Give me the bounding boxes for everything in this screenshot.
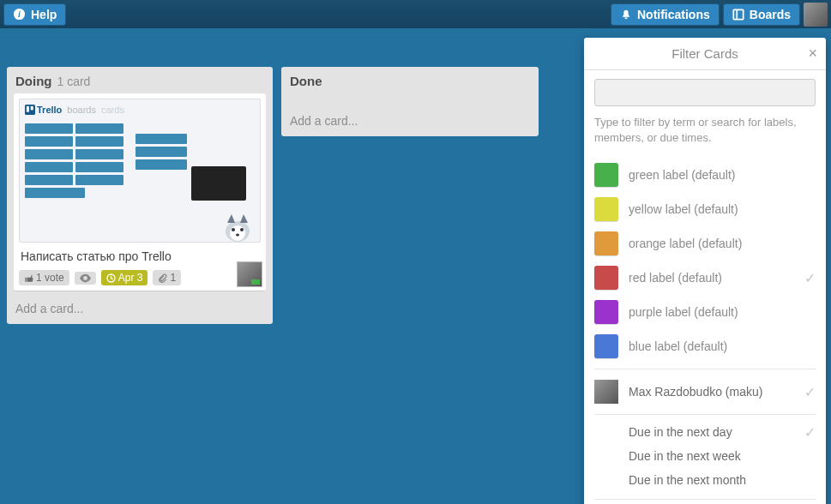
list-doing: Doing 1 card Trello boards cards (7, 67, 273, 324)
svg-rect-2 (733, 9, 743, 19)
svg-rect-5 (27, 106, 29, 112)
user-avatar[interactable] (804, 3, 828, 27)
check-icon: ✓ (804, 424, 816, 441)
add-card-doing[interactable]: Add a card... (14, 297, 266, 317)
card-label-indicator (251, 279, 260, 285)
filter-due-row[interactable]: Due in the next month✓ (594, 468, 816, 492)
list-count: 1 card (57, 75, 91, 88)
trello-logo: Trello (25, 105, 62, 115)
label-swatch (594, 197, 618, 221)
member-avatar (594, 380, 618, 404)
info-icon: i (13, 8, 26, 21)
svg-rect-6 (31, 106, 33, 111)
filter-hint: Type to filter by term or search for lab… (594, 115, 816, 146)
clock-icon (106, 273, 116, 283)
label-swatch (594, 300, 618, 324)
svg-text:i: i (18, 9, 21, 19)
filter-label-row[interactable]: purple label (default)✓ (594, 295, 816, 329)
filter-due-row[interactable]: Due in the next day✓ (594, 420, 816, 444)
check-icon: ✓ (804, 270, 816, 286)
label-name: yellow label (default) (629, 202, 738, 216)
boards-button[interactable]: Boards (723, 3, 800, 26)
member-name: Max Razdobudko (maku) (629, 385, 762, 399)
app-header: i Help Notifications Boards (0, 0, 831, 28)
boards-label: Boards (750, 8, 791, 21)
attachments-badge: 1 (153, 270, 181, 285)
help-button[interactable]: i Help (3, 3, 66, 26)
husky-mascot-icon (220, 211, 255, 243)
label-swatch (594, 266, 618, 290)
label-swatch (594, 231, 618, 255)
label-name: orange label (default) (629, 237, 742, 250)
check-icon: ✓ (804, 384, 816, 400)
thumbs-up-icon (24, 273, 33, 283)
svg-rect-4 (25, 105, 35, 115)
filter-label-row[interactable]: blue label (default)✓ (594, 329, 816, 363)
boards-icon (732, 9, 744, 21)
due-label: Due in the next week (629, 449, 741, 463)
watch-badge (75, 272, 96, 285)
list-header[interactable]: Doing 1 card (14, 72, 266, 93)
label-swatch (594, 163, 618, 187)
filter-label-row[interactable]: yellow label (default)✓ (594, 192, 816, 226)
eye-icon (80, 273, 91, 283)
filter-label-row[interactable]: orange label (default)✓ (594, 226, 816, 261)
label-name: green label (default) (629, 168, 736, 182)
list-done: Done Add a card... (281, 67, 539, 136)
svg-point-11 (236, 234, 239, 237)
filter-search-input[interactable] (594, 79, 816, 106)
card[interactable]: Trello boards cards (14, 93, 266, 291)
votes-badge: 1 vote (19, 270, 69, 285)
clear-filters[interactable]: Clear All Filters (594, 499, 816, 504)
add-card-done[interactable]: Add a card... (288, 93, 532, 129)
filter-due-row[interactable]: Due in the next week✓ (594, 444, 816, 468)
due-label: Due in the next day (629, 425, 732, 439)
svg-point-8 (230, 225, 245, 241)
bell-icon (620, 9, 632, 21)
notifications-button[interactable]: Notifications (611, 3, 720, 26)
card-title: Написать статью про Trello (21, 249, 259, 263)
filter-cards-panel: Filter Cards × Type to filter by term or… (584, 38, 826, 504)
paperclip-icon (158, 273, 167, 283)
label-name: purple label (default) (629, 305, 738, 319)
due-label: Due in the next month (629, 473, 746, 487)
svg-point-9 (232, 228, 235, 231)
label-name: red label (default) (629, 271, 722, 285)
help-label: Help (31, 8, 57, 21)
filter-label-row[interactable]: red label (default)✓ (594, 261, 816, 295)
filter-title: Filter Cards × (584, 38, 826, 70)
svg-point-10 (240, 228, 244, 231)
card-badges: 1 vote Apr 3 1 (19, 270, 261, 285)
close-icon[interactable]: × (808, 45, 817, 63)
label-swatch (594, 334, 618, 358)
label-name: blue label (default) (629, 339, 727, 353)
due-date-badge: Apr 3 (101, 270, 148, 285)
card-member-avatar[interactable] (237, 261, 262, 287)
notifications-label: Notifications (637, 8, 710, 21)
list-title: Doing (15, 74, 52, 88)
card-cover: Trello boards cards (19, 99, 261, 243)
filter-label-row[interactable]: green label (default)✓ (594, 158, 816, 192)
filter-member-row[interactable]: Max Razdobudko (maku) ✓ (594, 375, 816, 409)
list-title: Done (290, 74, 322, 88)
list-header[interactable]: Done (288, 72, 532, 93)
